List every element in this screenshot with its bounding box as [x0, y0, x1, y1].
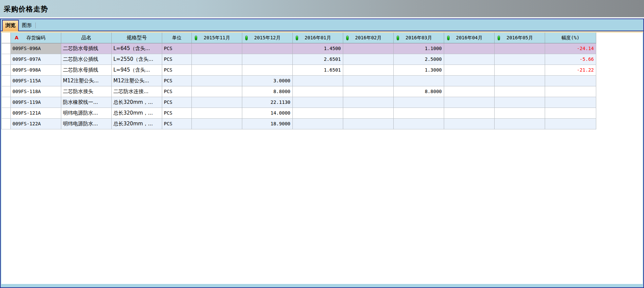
column-header-m2016-02[interactable]: 2016年02月	[343, 33, 394, 43]
cell-m2016-01[interactable]	[293, 76, 343, 86]
cell-m2016-01[interactable]	[293, 86, 343, 97]
cell-m2015-11[interactable]	[192, 76, 242, 86]
cell-code[interactable]: 009FS-098A	[11, 65, 61, 76]
cell-spec[interactable]: L=945（含头...	[112, 65, 162, 76]
cell-spec[interactable]: 总长320mm，...	[112, 108, 162, 119]
tab-browse[interactable]: 浏览	[2, 20, 19, 31]
column-header-m2016-03[interactable]: 2016年03月	[394, 33, 444, 43]
cell-m2016-03[interactable]	[394, 108, 444, 119]
column-header-unit[interactable]: 单位	[162, 33, 192, 43]
column-header-name[interactable]: 品名	[61, 33, 112, 43]
cell-name[interactable]: 二芯防水母插线	[61, 43, 112, 54]
cell-name[interactable]: 二芯防水接头	[61, 86, 112, 97]
cell-m2015-11[interactable]	[192, 119, 242, 129]
cell-name[interactable]: 二芯防水母插线	[61, 65, 112, 76]
cell-m2016-05[interactable]	[495, 86, 545, 97]
cell-change[interactable]: -5.66	[545, 54, 596, 65]
row-selector[interactable]	[1, 108, 11, 119]
cell-name[interactable]: 防水橡胶线一...	[61, 97, 112, 108]
cell-change[interactable]: -21.22	[545, 65, 596, 76]
cell-m2015-11[interactable]	[192, 86, 242, 97]
cell-m2016-04[interactable]	[444, 108, 495, 119]
column-header-m2015-11[interactable]: 2015年11月	[192, 33, 242, 43]
cell-m2016-03[interactable]: 1.1000	[394, 43, 444, 54]
cell-m2015-12[interactable]	[242, 43, 293, 54]
cell-code[interactable]: 009FS-122A	[11, 119, 61, 129]
cell-m2016-05[interactable]	[495, 108, 545, 119]
cell-m2015-11[interactable]	[192, 43, 242, 54]
cell-m2016-02[interactable]	[343, 43, 394, 54]
column-header-m2016-05[interactable]: 2016年05月	[495, 33, 545, 43]
cell-m2016-02[interactable]	[343, 54, 394, 65]
cell-m2015-12[interactable]: 22.1130	[242, 97, 293, 108]
cell-spec[interactable]: 总长320mm，...	[112, 97, 162, 108]
cell-m2016-04[interactable]	[444, 54, 495, 65]
cell-spec[interactable]: L=2550（含头...	[112, 54, 162, 65]
cell-change[interactable]	[545, 108, 596, 119]
cell-m2016-04[interactable]	[444, 119, 495, 129]
cell-code[interactable]: 009FS-119A	[11, 97, 61, 108]
cell-unit[interactable]: PCS	[162, 97, 192, 108]
cell-m2016-05[interactable]	[495, 76, 545, 86]
cell-spec[interactable]: M12注塑公头...	[112, 76, 162, 86]
cell-unit[interactable]: PCS	[162, 119, 192, 129]
row-selector[interactable]	[1, 119, 11, 129]
cell-m2016-05[interactable]	[495, 119, 545, 129]
cell-m2015-12[interactable]: 14.0000	[242, 108, 293, 119]
cell-m2016-05[interactable]	[495, 97, 545, 108]
cell-change[interactable]	[545, 86, 596, 97]
cell-m2016-05[interactable]	[495, 43, 545, 54]
row-selector[interactable]	[1, 65, 11, 76]
cell-m2016-04[interactable]	[444, 76, 495, 86]
cell-m2016-01[interactable]: 2.6501	[293, 54, 343, 65]
cell-name[interactable]: 二芯防水公插线	[61, 54, 112, 65]
row-selector[interactable]	[1, 43, 11, 54]
cell-code[interactable]: 009FS-121A	[11, 108, 61, 119]
column-header-m2016-04[interactable]: 2016年04月	[444, 33, 495, 43]
column-header-m2015-12[interactable]: 2015年12月	[242, 33, 293, 43]
cell-m2016-01[interactable]	[293, 97, 343, 108]
grid-corner-cell[interactable]	[1, 33, 11, 43]
cell-m2015-12[interactable]: 3.0000	[242, 76, 293, 86]
cell-change[interactable]	[545, 76, 596, 86]
cell-m2015-12[interactable]	[242, 65, 293, 76]
cell-m2016-02[interactable]	[343, 76, 394, 86]
cell-m2016-03[interactable]: 1.3000	[394, 65, 444, 76]
cell-m2015-12[interactable]: 18.9000	[242, 119, 293, 129]
cell-m2015-12[interactable]: 8.8000	[242, 86, 293, 97]
cell-m2016-03[interactable]	[394, 97, 444, 108]
cell-m2016-02[interactable]	[343, 108, 394, 119]
cell-m2016-02[interactable]	[343, 65, 394, 76]
cell-change[interactable]	[545, 119, 596, 129]
cell-spec[interactable]: 二芯防水连接...	[112, 86, 162, 97]
column-header-m2016-01[interactable]: 2016年01月	[293, 33, 343, 43]
cell-m2015-11[interactable]	[192, 97, 242, 108]
cell-name[interactable]: 明纬电源防水...	[61, 108, 112, 119]
cell-m2016-05[interactable]	[495, 54, 545, 65]
cell-code[interactable]: 009FS-115A	[11, 76, 61, 86]
cell-unit[interactable]: PCS	[162, 86, 192, 97]
cell-unit[interactable]: PCS	[162, 108, 192, 119]
cell-m2015-11[interactable]	[192, 108, 242, 119]
cell-m2016-01[interactable]	[293, 108, 343, 119]
cell-m2016-04[interactable]	[444, 86, 495, 97]
row-selector[interactable]	[1, 54, 11, 65]
column-header-change[interactable]: 幅度(%)	[545, 33, 596, 43]
cell-m2016-04[interactable]	[444, 65, 495, 76]
cell-m2015-11[interactable]	[192, 65, 242, 76]
cell-unit[interactable]: PCS	[162, 43, 192, 54]
cell-code[interactable]: 009FS-096A	[11, 43, 61, 54]
cell-code[interactable]: 009FS-118A	[11, 86, 61, 97]
cell-spec[interactable]: L=645（含头...	[112, 43, 162, 54]
cell-m2016-02[interactable]	[343, 97, 394, 108]
cell-m2016-03[interactable]: 2.5000	[394, 54, 444, 65]
cell-change[interactable]: -24.14	[545, 43, 596, 54]
cell-m2016-02[interactable]	[343, 86, 394, 97]
cell-change[interactable]	[545, 97, 596, 108]
cell-code[interactable]: 009FS-097A	[11, 54, 61, 65]
row-selector[interactable]	[1, 97, 11, 108]
column-header-code[interactable]: A存货编码	[11, 33, 61, 43]
cell-m2016-03[interactable]	[394, 119, 444, 129]
column-header-spec[interactable]: 规格型号	[112, 33, 162, 43]
cell-spec[interactable]: 总长320mm，...	[112, 119, 162, 129]
